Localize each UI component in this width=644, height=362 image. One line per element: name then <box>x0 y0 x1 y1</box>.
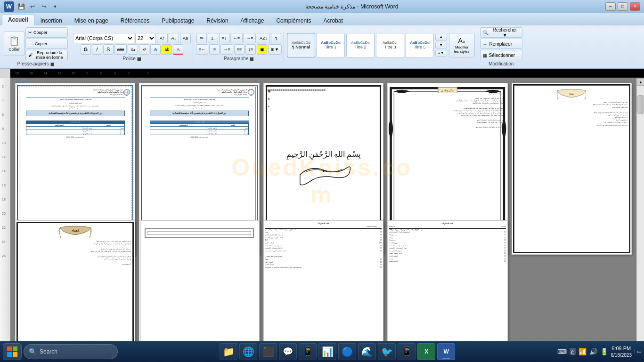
show-marks-button[interactable]: ¶ <box>271 33 281 43</box>
style-titre3[interactable]: AaBbCcI Titre 3 <box>376 33 404 57</box>
reproduire-button[interactable]: 🖌 Reproduire la mise en forme <box>25 50 68 60</box>
show-desktop-icon[interactable]: ▭ <box>635 349 641 354</box>
style-scroll-down[interactable]: ▼ <box>435 42 447 48</box>
ruler-corner <box>0 69 10 78</box>
tab-accueil[interactable]: Accueil <box>2 15 34 25</box>
sound-icon[interactable]: 🔊 <box>589 348 597 355</box>
tray-time-date[interactable]: 6:09 PM 6/18/2023 <box>611 345 632 358</box>
style-scroll-up[interactable]: ▲ <box>435 34 447 40</box>
taskbar-app-misc1[interactable]: 📊 <box>318 343 336 360</box>
strikethrough-button[interactable]: abc <box>114 44 127 55</box>
doc-page-7[interactable]: قائمة المحتويات <box>139 220 259 359</box>
align-left-button[interactable]: ≡← <box>196 44 208 55</box>
ruler-area: 18 16 14 12 10 8 6 4 2 2 <box>0 69 644 78</box>
svg-text:22: 22 <box>2 226 6 229</box>
style-titre5[interactable]: AaBbCcDd Titre 5 <box>406 33 434 57</box>
vertical-scrollbar[interactable]: ▲ ▼ <box>636 78 644 358</box>
copier-button[interactable]: 📄 Copier <box>25 39 68 49</box>
bullets-button[interactable]: ≡• <box>196 33 207 43</box>
doc-page-8[interactable]: قائمة المحتويات الصفحة الموضوع 36الفصل ا… <box>263 220 383 359</box>
style-normal[interactable]: AaBbCcDd ¶ Normal <box>287 33 315 57</box>
borders-button[interactable]: ⊞▼ <box>268 44 282 55</box>
font-family-select[interactable]: Arial (Corps CS) <box>73 33 134 43</box>
battery-icon[interactable]: 🔋 <box>600 348 608 355</box>
decrease-indent-button[interactable]: ←≡ <box>230 33 243 43</box>
grow-font-button[interactable]: A↑ <box>157 33 168 43</box>
font-size-select[interactable]: 22 <box>135 33 156 43</box>
tab-insertion[interactable]: Insertion <box>34 16 68 25</box>
maximize-button[interactable]: □ <box>618 2 628 11</box>
svg-rect-37 <box>13 346 17 351</box>
close-button[interactable]: × <box>630 2 640 11</box>
rechercher-button[interactable]: 🔍 Rechercher ▼ <box>480 27 522 38</box>
remplacer-button[interactable]: ↔ Remplacer <box>480 39 522 49</box>
font-group: Arial (Corps CS) 22 A↑ A↓ Aa G I S abc x… <box>71 32 193 62</box>
subscript-button[interactable]: x₂ <box>128 44 138 55</box>
doc-page-9[interactable]: قائمة المحتويات الصفحةالموضوع تمهيد (الأ… <box>387 220 507 359</box>
language-tray-icon[interactable]: ع <box>570 348 576 355</box>
style-more[interactable]: ≡▼ <box>435 50 447 56</box>
taskbar-whatsapp[interactable]: 💬 <box>279 343 297 360</box>
tab-acrobat[interactable]: Acrobat <box>317 16 349 25</box>
svg-text:10: 10 <box>72 72 75 75</box>
italic-button[interactable]: I <box>92 44 102 55</box>
justify-button[interactable]: ≡≡ <box>234 44 245 55</box>
align-center-button[interactable]: ≡ <box>209 44 220 55</box>
save-quick-btn[interactable]: 💾 <box>17 2 25 11</box>
undo-quick-btn[interactable]: ↩ <box>28 2 37 11</box>
scroll-up-button[interactable]: ▲ <box>637 78 644 86</box>
sort-button[interactable]: AZ↓ <box>257 33 270 43</box>
taskbar-terminal[interactable]: ⬛ <box>259 343 277 360</box>
line-spacing-button[interactable]: ↕≡ <box>245 44 256 55</box>
tab-affichage[interactable]: Affichage <box>235 16 270 25</box>
tab-publipostage[interactable]: Publipostage <box>155 16 200 25</box>
style-titre2[interactable]: AaBbCcDd Titre 2 <box>346 33 375 57</box>
numbering-button[interactable]: 1. <box>208 33 218 43</box>
taskbar-tray: ⌨ ع 📶 🔊 🔋 6:09 PM 6/18/2023 ▭ <box>557 345 642 358</box>
taskbar-word-active[interactable]: W <box>437 343 455 360</box>
taskbar-chrome[interactable]: 🔵 <box>338 343 356 360</box>
highlight-button[interactable]: ab <box>162 44 172 55</box>
selectionner-button[interactable]: ▦ Sélectionner <box>480 50 522 60</box>
taskbar-edge2[interactable]: 🌊 <box>358 343 376 360</box>
doc-page-6[interactable]: إهداء أهدي هذا العمل المتواضع عساه يكون … <box>15 220 135 359</box>
coller-button[interactable]: 📋 Coller <box>4 32 24 56</box>
text-color-button[interactable]: A <box>173 44 183 55</box>
tab-complements[interactable]: Compléments <box>270 16 317 25</box>
align-right-button[interactable]: →≡ <box>220 44 233 55</box>
taskbar-search[interactable]: 🔍 Search <box>24 344 118 359</box>
shading-button[interactable]: ▣ <box>257 44 267 55</box>
taskbar-excel[interactable]: X <box>417 343 435 360</box>
qa-more-btn[interactable]: ▼ <box>51 2 59 11</box>
taskbar-edge[interactable]: 🌐 <box>239 343 257 360</box>
tab-mise-en-page[interactable]: Mise en page <box>68 16 114 25</box>
scroll-thumb[interactable] <box>637 95 644 114</box>
network-icon[interactable]: 📶 <box>579 348 587 355</box>
shrink-font-button[interactable]: A↓ <box>169 33 179 43</box>
couper-button[interactable]: ✂ Couper <box>25 27 68 38</box>
increase-indent-button[interactable]: →≡ <box>244 33 256 43</box>
scroll-track[interactable] <box>637 86 644 351</box>
modifier-styles-button[interactable]: Aᵥ Modifier les styles <box>449 33 475 57</box>
clipboard-group: 📋 Coller ✂ Couper 📄 Copier 🖌 Reproduire … <box>2 26 70 67</box>
text-effect-button[interactable]: A <box>150 44 161 55</box>
taskbar-social[interactable]: 🐦 <box>378 343 396 360</box>
doc-page-5[interactable]: إهـداء أمي من لا تكون الحياة حلوة إلا بر… <box>512 83 632 255</box>
taskbar-file-explorer[interactable]: 📁 <box>220 343 237 360</box>
document-canvas[interactable]: OuedKniss.com الجمهورية الجزائرية الديمق… <box>10 78 636 358</box>
underline-button[interactable]: S <box>103 44 114 55</box>
tab-references[interactable]: Références <box>114 16 155 25</box>
style-titre1[interactable]: AaBbCcDd Titre 1 <box>317 33 345 57</box>
superscript-button[interactable]: x² <box>139 44 149 55</box>
redo-quick-btn[interactable]: ↪ <box>40 2 48 11</box>
multilevel-button[interactable]: ≡↓ <box>219 33 229 43</box>
svg-text:2: 2 <box>128 72 130 75</box>
start-button[interactable] <box>3 343 22 360</box>
clear-format-button[interactable]: Aa <box>180 33 191 43</box>
tab-revision[interactable]: Révision <box>201 16 235 25</box>
taskbar-viber[interactable]: 📱 <box>299 343 317 360</box>
bold-button[interactable]: G <box>81 44 91 55</box>
minimize-button[interactable]: − <box>605 2 616 11</box>
taskbar-app-misc2[interactable]: 📱 <box>398 343 416 360</box>
keyboard-icon[interactable]: ⌨ <box>557 348 567 355</box>
